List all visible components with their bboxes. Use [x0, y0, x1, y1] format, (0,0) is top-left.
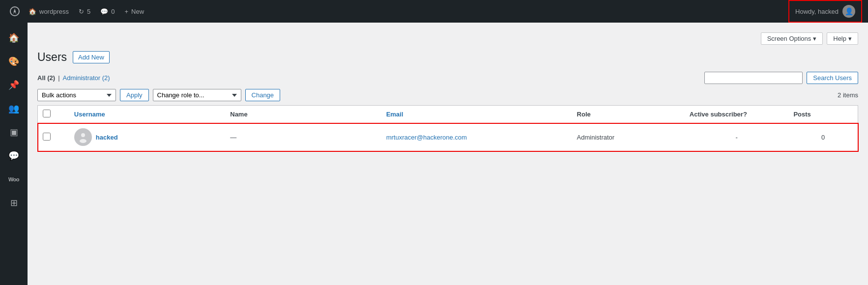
filter-links: All (2) | Administrator (2) — [37, 74, 110, 82]
home-icon: 🏠 — [29, 8, 36, 15]
updates-icon: ↻ — [79, 8, 84, 15]
row-checkbox-cell — [38, 123, 69, 151]
sidebar-item-customize[interactable]: 🎨 — [2, 50, 25, 73]
site-name-item[interactable]: 🏠 wordpress — [24, 0, 74, 23]
sidebar-item-grid[interactable]: ⊞ — [2, 192, 25, 214]
row-email-cell: mrtuxracer@hackerone.com — [381, 123, 572, 151]
comments-icon: 💬 — [100, 8, 108, 15]
row-active-subscriber-cell: - — [685, 123, 789, 151]
page-title-area: Users Add New — [37, 51, 858, 64]
change-button[interactable]: Change — [245, 89, 281, 101]
filter-separator: | — [58, 74, 59, 82]
screen-options-bar: Screen Options ▾ Help ▾ — [37, 32, 858, 45]
new-label: New — [131, 8, 144, 15]
filter-all-count: (2) — [47, 74, 55, 82]
bulk-actions-left: Bulk actions Apply Change role to... Cha… — [37, 89, 280, 101]
email-sort-link[interactable]: Email — [386, 111, 404, 118]
sidebar-item-pages[interactable]: ▣ — [2, 121, 25, 143]
row-name-cell: — — [225, 123, 381, 151]
admin-sidebar: 🏠 🎨 📌 👥 ▣ 💬 Woo ⊞ — [0, 23, 28, 285]
select-all-checkbox[interactable] — [43, 110, 51, 117]
body-content: Screen Options ▾ Help ▾ Users Add New Al… — [37, 32, 858, 151]
row-posts-cell: 0 — [788, 123, 858, 151]
howdy-menu[interactable]: Howdy, hacked 👤 — [788, 0, 862, 23]
username-link[interactable]: hacked — [96, 134, 118, 141]
header-username: Username — [69, 106, 225, 123]
help-chevron-icon: ▾ — [848, 35, 852, 42]
header-role: Role — [572, 106, 685, 123]
updates-count: 5 — [87, 8, 90, 15]
search-users-area: Search Users — [704, 72, 858, 84]
row-role-cell: Administrator — [572, 123, 685, 151]
screen-options-chevron-icon: ▾ — [813, 35, 816, 42]
sidebar-item-woo[interactable]: Woo — [2, 168, 25, 191]
sidebar-item-pinned[interactable]: 📌 — [2, 74, 25, 96]
main-content: Screen Options ▾ Help ▾ Users Add New Al… — [28, 23, 868, 285]
site-name-label: wordpress — [39, 8, 69, 15]
header-posts: Posts — [788, 106, 858, 123]
svg-point-1 — [14, 10, 16, 12]
main-layout: 🏠 🎨 📌 👥 ▣ 💬 Woo ⊞ Screen Options ▾ Help … — [0, 23, 868, 285]
filter-bar: All (2) | Administrator (2) Search Users — [37, 72, 858, 84]
bulk-actions-select[interactable]: Bulk actions — [37, 89, 116, 101]
screen-options-button[interactable]: Screen Options ▾ — [761, 32, 823, 45]
sidebar-item-dashboard[interactable]: 🏠 — [2, 27, 25, 49]
username-sort-link[interactable]: Username — [74, 111, 105, 118]
users-table: Username Name Email Role Active subscrib… — [37, 105, 858, 151]
new-content-item[interactable]: + New — [119, 0, 149, 23]
sidebar-item-comments[interactable]: 💬 — [2, 144, 25, 167]
help-button[interactable]: Help ▾ — [827, 32, 858, 45]
help-label: Help — [833, 35, 846, 42]
table-header-row: Username Name Email Role Active subscrib… — [38, 106, 858, 123]
search-users-input[interactable] — [704, 72, 803, 84]
user-avatar — [74, 128, 92, 146]
svg-point-3 — [80, 139, 87, 143]
screen-options-label: Screen Options — [767, 35, 811, 42]
search-users-button[interactable]: Search Users — [807, 72, 858, 84]
filter-administrator-link[interactable]: Administrator (2) — [63, 74, 110, 82]
user-info: hacked — [74, 128, 220, 146]
sidebar-item-users[interactable]: 👥 — [2, 97, 25, 120]
wp-logo-icon[interactable] — [6, 0, 24, 23]
plus-icon: + — [124, 8, 128, 15]
howdy-label: Howdy, hacked — [795, 8, 839, 15]
add-new-button[interactable]: Add New — [73, 51, 110, 63]
filter-all-label: All (2) — [37, 74, 55, 82]
woo-label: Woo — [8, 176, 19, 182]
header-checkbox-cell — [38, 106, 69, 123]
bulk-actions-bar: Bulk actions Apply Change role to... Cha… — [37, 89, 858, 101]
updates-item[interactable]: ↻ 5 — [74, 0, 95, 23]
avatar: 👤 — [842, 5, 855, 18]
change-role-select[interactable]: Change role to... — [153, 89, 241, 101]
header-name: Name — [225, 106, 381, 123]
apply-button[interactable]: Apply — [120, 89, 149, 101]
items-count: 2 items — [838, 91, 858, 99]
row-select-checkbox[interactable] — [43, 133, 51, 141]
users-table-body: hacked — mrtuxracer@hackerone.com Admini… — [38, 123, 858, 151]
header-active-subscriber: Active subscriber? — [685, 106, 789, 123]
comments-item[interactable]: 💬 0 — [95, 0, 119, 23]
email-link[interactable]: mrtuxracer@hackerone.com — [386, 134, 467, 141]
table-row: hacked — mrtuxracer@hackerone.com Admini… — [38, 123, 858, 151]
svg-point-2 — [81, 133, 85, 137]
row-username-cell: hacked — [69, 123, 225, 151]
comments-count: 0 — [111, 8, 115, 15]
page-title: Users — [37, 51, 67, 64]
admin-bar: 🏠 wordpress ↻ 5 💬 0 + New Howdy, hacked … — [0, 0, 868, 23]
header-email: Email — [381, 106, 572, 123]
